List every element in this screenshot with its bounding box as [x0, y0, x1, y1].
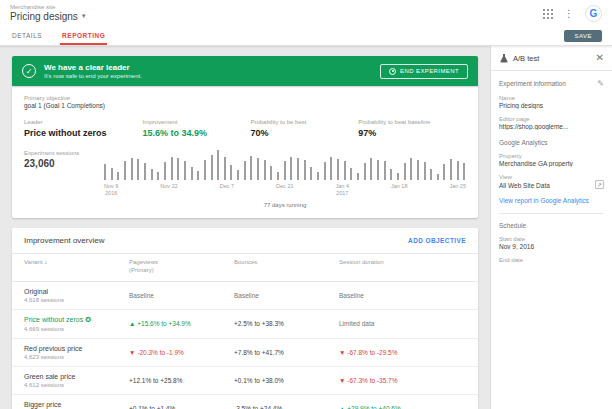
table-row: Original 4,618 sessions Baseline Baselin… — [12, 282, 478, 310]
start-date-label: Start date — [499, 236, 604, 242]
content-area: ✓ We have a clear leader It's now safe t… — [0, 46, 612, 409]
bounces-cell: Baseline — [234, 292, 339, 299]
top-bar: Merchandise site Pricing designs ▼ ⋮ G — [0, 0, 612, 27]
sessions-value: 23,060 — [24, 158, 104, 169]
axis-tick: Dec 7 — [220, 183, 234, 197]
sessions-label: Experiment sessions — [24, 150, 104, 156]
metric-label: Probability to be best — [250, 119, 358, 125]
metric-leader: Leader Price without zeros — [24, 119, 143, 138]
bounces-cell: -3.5% to +24.4% — [234, 405, 339, 409]
experiment-title-dropdown[interactable]: Pricing designs ▼ — [10, 11, 87, 23]
editor-page-label: Editor page — [499, 116, 604, 122]
primary-objective-value: goal 1 (Goal 1 Completions) — [24, 102, 466, 109]
variant-name: Price without zeros✪ — [24, 316, 129, 324]
variant-name: Original — [24, 288, 129, 295]
apps-grid-icon[interactable] — [543, 9, 553, 19]
sidebar-title: A/B test — [513, 54, 539, 63]
chevron-down-icon: ▼ — [81, 13, 87, 20]
optimize-app-window: Merchandise site Pricing designs ▼ ⋮ G D… — [0, 0, 612, 409]
experiment-info-title-row: Experiment information ✎ — [499, 79, 604, 88]
sessions-chart-column: Nov 92016 Nov 22 Dec 7 Dec 21 Jan 42017 … — [104, 150, 466, 208]
variant-sessions: 4,618 sessions — [24, 297, 129, 303]
metric-label: Leader — [24, 119, 143, 125]
variant-name: Green sale price — [24, 373, 129, 380]
report-main: ✓ We have a clear leader It's now safe t… — [0, 46, 490, 409]
metric-value: 70% — [250, 128, 358, 138]
sessions-bar-chart — [104, 150, 466, 180]
experiment-info-label: Experiment information — [499, 80, 566, 87]
view-ga-report-link[interactable]: View report in Google Analytics — [499, 197, 604, 204]
details-sidebar: A/B test ✕ Experiment information ✎ Name… — [490, 46, 612, 409]
metric-value: 97% — [358, 128, 466, 138]
metric-probability-best: Probability to be best 70% — [250, 119, 358, 138]
pageviews-cell: +12.1% to +25.8% — [129, 377, 234, 384]
schedule-section-label: Schedule — [499, 222, 604, 229]
edit-pencil-icon[interactable]: ✎ — [597, 79, 604, 88]
table-row: Price without zeros✪ 4,669 sessions ▲ +1… — [12, 310, 478, 339]
primary-objective-label: Primary objective — [24, 95, 466, 101]
metrics-row: Leader Price without zeros Improvement 1… — [24, 119, 466, 138]
metric-improvement: Improvement 15.6% to 34.9% — [143, 119, 251, 138]
editor-page-value[interactable]: https://shop.googleme... — [499, 123, 604, 130]
save-button[interactable]: SAVE — [564, 30, 602, 42]
metric-value: 15.6% to 34.9% — [143, 128, 251, 138]
pageviews-cell: +0.1% to +1.4% — [129, 405, 234, 409]
tab-reporting[interactable]: REPORTING — [60, 27, 107, 45]
variant-sessions: 4,623 sessions — [24, 354, 129, 360]
tab-bar: DETAILS REPORTING SAVE — [0, 27, 612, 46]
column-variant: Variant ↓ — [24, 259, 129, 275]
record-circle-icon — [389, 68, 396, 75]
axis-tick: Jan 42017 — [336, 183, 349, 197]
table-row: Bigger price 4,598 sessions +0.1% to +1.… — [12, 395, 478, 409]
column-pageviews: Pageviews (Primary) — [129, 259, 234, 275]
variant-cell: Bigger price 4,598 sessions — [24, 401, 129, 409]
sort-descending-icon[interactable]: ↓ — [44, 259, 47, 265]
metric-label: Improvement — [143, 119, 251, 125]
experiment-info-section: Experiment information ✎ Name Pricing de… — [491, 71, 612, 264]
sessions-info: Experiment sessions 23,060 — [24, 150, 104, 208]
page-title: Pricing designs — [10, 11, 78, 23]
sidebar-header: A/B test ✕ — [491, 46, 612, 71]
variant-name: Red previous price — [24, 345, 129, 352]
axis-tick: Dec 21 — [276, 183, 293, 197]
bounces-cell: +7.8% to +41.7% — [234, 349, 339, 356]
name-value: Pricing designs — [499, 102, 604, 109]
sessions-section: Experiment sessions 23,060 Nov 92016 Nov… — [24, 150, 466, 208]
end-experiment-button[interactable]: END EXPERIMENT — [380, 64, 468, 79]
banner-title: We have a clear leader — [44, 63, 142, 72]
variant-sessions: 4,612 sessions — [24, 382, 129, 388]
tab-details[interactable]: DETAILS — [10, 27, 44, 45]
metric-probability-baseline: Probability to beat baseline 97% — [358, 119, 466, 138]
bounces-cell: +2.5% to +38.3% — [234, 320, 339, 327]
variant-sessions: 4,669 sessions — [24, 326, 129, 332]
divider — [499, 213, 604, 214]
axis-tick: Jan 25 — [449, 183, 466, 197]
improvement-title: Improvement overview — [24, 236, 104, 245]
improvement-header: Improvement overview ADD OBJECTIVE — [12, 228, 478, 253]
duration-cell: Limited data — [339, 320, 466, 327]
close-icon[interactable]: ✕ — [596, 53, 604, 63]
table-row: Green sale price 4,612 sessions +12.1% t… — [12, 367, 478, 395]
chart-axis: Nov 92016 Nov 22 Dec 7 Dec 21 Jan 42017 … — [104, 183, 466, 197]
variant-cell: Original 4,618 sessions — [24, 288, 129, 303]
site-label: Merchandise site — [10, 4, 87, 11]
duration-cell: ▲ +29.9% to +40.6% — [339, 405, 466, 409]
open-in-new-icon[interactable]: ↗ — [595, 180, 604, 189]
add-objective-button[interactable]: ADD OBJECTIVE — [408, 237, 466, 244]
duration-cell: ▼ -67.3% to -35.7% — [339, 377, 466, 384]
view-value-row: All Web Site Data ↗ — [499, 180, 604, 189]
table-header: Variant ↓ Pageviews (Primary) Bounces Se… — [12, 253, 478, 282]
property-label: Property — [499, 153, 604, 159]
duration-cell: Baseline — [339, 292, 466, 299]
improvement-overview-card: Improvement overview ADD OBJECTIVE Varia… — [12, 228, 478, 409]
end-experiment-label: END EXPERIMENT — [400, 68, 459, 74]
column-bounces: Bounces — [234, 259, 339, 275]
days-running-label: 77 days running — [104, 202, 466, 208]
overflow-menu-icon[interactable]: ⋮ — [564, 8, 574, 19]
start-date-value: Nov 9, 2016 — [499, 243, 604, 250]
banner-text: We have a clear leader It's now safe to … — [44, 63, 142, 79]
leader-banner: ✓ We have a clear leader It's now safe t… — [12, 56, 478, 86]
axis-tick: Nov 22 — [160, 183, 177, 197]
google-account-avatar[interactable]: G — [585, 5, 602, 22]
duration-cell: ▼ -67.8% to -29.5% — [339, 349, 466, 356]
